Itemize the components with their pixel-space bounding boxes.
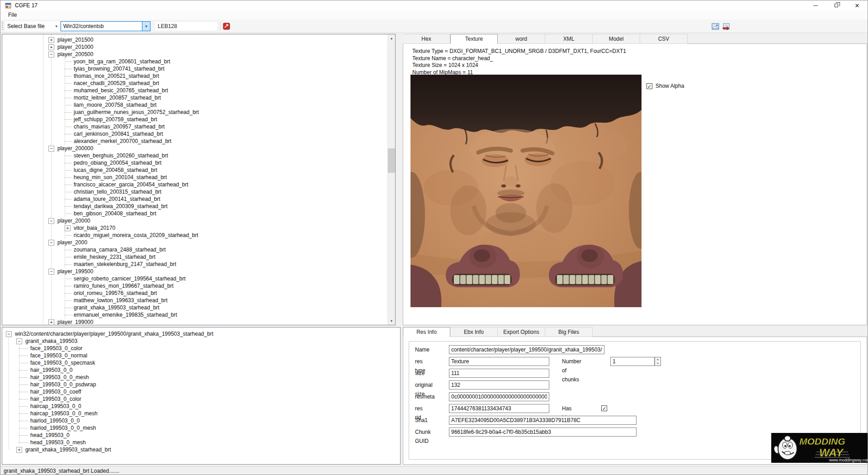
- scrollbar-thumb[interactable]: [388, 148, 395, 173]
- tree-item[interactable]: face_199503_0_specmask: [2, 359, 400, 366]
- tree-item[interactable]: face_199503_0_normal: [2, 352, 400, 359]
- tree-item[interactable]: granit_xhaka_199503: [2, 337, 400, 345]
- tree-item[interactable]: head_199503_0: [2, 432, 400, 439]
- tree-item[interactable]: player_200000: [2, 145, 395, 152]
- tab[interactable]: CSV: [640, 34, 688, 44]
- tree-item[interactable]: oriol_romeu_199576_starhead_brt: [2, 290, 395, 297]
- export-table-icon[interactable]: [722, 23, 730, 30]
- tree-expander-icon[interactable]: [48, 146, 54, 152]
- stop-export-icon[interactable]: [223, 23, 230, 30]
- tab[interactable]: Res Info: [403, 327, 450, 337]
- tree-item[interactable]: emile_heskey_2231_starhead_brt: [2, 253, 395, 261]
- tree-item[interactable]: hair_199503_0_0_psdwrap: [2, 381, 400, 388]
- tree-item[interactable]: matthew_lowton_199633_starhead_brt: [2, 297, 395, 304]
- tree-item[interactable]: vitor_baia_20170: [2, 224, 395, 232]
- tree-item[interactable]: hairlod_199503_0_0: [2, 417, 400, 424]
- tree-item[interactable]: charis_mavrias_200957_starhead_brt: [2, 123, 395, 130]
- tree-item[interactable]: tyias_browning_200741_starhead_brt: [2, 65, 395, 72]
- tree-item[interactable]: haircap_199503_0_0_mesh: [2, 410, 400, 417]
- tree-item[interactable]: christian_tello_200315_starhead_brt: [2, 188, 395, 195]
- tree-expander-icon[interactable]: [48, 37, 54, 43]
- res-rid-field[interactable]: [449, 404, 549, 413]
- tree-expander-icon[interactable]: [65, 225, 71, 231]
- tree-item[interactable]: mortiz_leitner_200857_starhead_brt: [2, 94, 395, 101]
- tree-item[interactable]: hair_199503_0_0: [2, 366, 400, 374]
- scroll-up-icon[interactable]: ▲: [388, 34, 395, 42]
- number-of-chunks-field[interactable]: [610, 357, 655, 366]
- tree-item[interactable]: emmanuel_emenike_199835_starhead_brt: [2, 311, 395, 318]
- tree-item[interactable]: player_201000: [2, 43, 395, 51]
- tree-expander-icon[interactable]: [48, 240, 54, 246]
- tree-item[interactable]: player_20000: [2, 217, 395, 224]
- res-type-field[interactable]: [449, 357, 549, 366]
- tab[interactable]: word: [498, 34, 545, 44]
- tree-item[interactable]: hair_199503_0_0_mesh: [2, 374, 400, 381]
- tree-item[interactable]: win32/content/character/player/player_19…: [2, 330, 400, 337]
- tree-item[interactable]: nacer_chadli_200529_starhead_brt: [2, 80, 395, 87]
- tree-expander-icon[interactable]: [48, 319, 54, 325]
- tree-item[interactable]: player_2000: [2, 239, 395, 246]
- scroll-down-icon[interactable]: ▼: [388, 317, 395, 325]
- image-preview-icon[interactable]: [712, 23, 719, 30]
- spinner-down-icon[interactable]: ▼: [655, 361, 660, 366]
- menu-file[interactable]: File: [5, 10, 20, 19]
- tree-item[interactable]: player_200500: [2, 51, 395, 58]
- tree-item[interactable]: yoon_bit_ga_ram_200601_starhead_brt: [2, 58, 395, 65]
- close-button[interactable]: ✕: [847, 0, 868, 10]
- tree-item[interactable]: carl_jenkinson_200841_starhead_brt: [2, 130, 395, 138]
- tree-item[interactable]: heung_min_son_200104_starhead_brt: [2, 174, 395, 181]
- tree-expander-icon[interactable]: [48, 218, 54, 224]
- has-idata-checkbox[interactable]: ✓: [601, 405, 607, 411]
- tree-item[interactable]: granit_xhaka_199503_starhead_brt: [2, 304, 395, 311]
- base-file-combo[interactable]: Win32/contentsb ▾: [61, 21, 151, 31]
- tree-item[interactable]: thomas_ince_200521_starhead_brt: [2, 72, 395, 80]
- sha1-field[interactable]: [449, 416, 637, 425]
- tree-item[interactable]: sergio_roberto_carnicer_199564_starhead_…: [2, 275, 395, 282]
- tab[interactable]: Hex: [403, 34, 450, 44]
- restore-button[interactable]: [826, 0, 847, 10]
- encoding-box[interactable]: LEB128: [155, 21, 218, 31]
- tree-item[interactable]: jeff_schlupp_200759_starhead_brt: [2, 116, 395, 123]
- size-field[interactable]: [449, 369, 549, 378]
- resmeta-field[interactable]: [449, 392, 549, 401]
- select-base-file-dropdown[interactable]: Select Base file ▾: [5, 21, 60, 31]
- name-field[interactable]: [449, 345, 604, 354]
- tab[interactable]: XML: [545, 34, 593, 44]
- tab[interactable]: Model: [593, 34, 640, 44]
- vertical-scrollbar[interactable]: ▲ ▼: [387, 34, 395, 325]
- tab[interactable]: Export Options: [498, 327, 545, 337]
- tree-item[interactable]: alexander_merkel_200700_starhead_brt: [2, 138, 395, 145]
- tree-item[interactable]: hair_199503_0_coeff: [2, 388, 400, 395]
- tree-item[interactable]: player_199500: [2, 268, 395, 275]
- tree-item[interactable]: steven_berghuis_200260_starhead_brt: [2, 152, 395, 159]
- chunk-guid-field[interactable]: [449, 428, 637, 437]
- tree-item[interactable]: liam_moore_200758_starhead_brt: [2, 101, 395, 109]
- tree-expander-icon[interactable]: [48, 44, 54, 50]
- tree-item[interactable]: ben_gibson_200408_starhead_brt: [2, 210, 395, 217]
- tree-item[interactable]: zoumana_camara_2488_starhead_brt: [2, 246, 395, 253]
- tree-item[interactable]: haircap_199503_0_0: [2, 403, 400, 410]
- tree-expander-icon[interactable]: [16, 447, 22, 453]
- tab[interactable]: Texture: [450, 34, 498, 44]
- tree-expander-icon[interactable]: [6, 331, 12, 337]
- tree-expander-icon[interactable]: [48, 269, 54, 275]
- spinner-up-icon[interactable]: ▲: [655, 357, 660, 361]
- combo-arrow-button[interactable]: ▾: [142, 22, 150, 31]
- minimize-button[interactable]: [805, 0, 826, 10]
- tree-item[interactable]: hairlod_199503_0_0_mesh: [2, 424, 400, 432]
- tree-item[interactable]: adama_toure_200141_starhead_brt: [2, 195, 395, 203]
- tree-item[interactable]: lucas_digne_200458_starhead_brt: [2, 166, 395, 174]
- tree-expander-icon[interactable]: [16, 338, 22, 344]
- tree-item[interactable]: ramiro_funes_mori_199667_starhead_brt: [2, 282, 395, 290]
- tree-item[interactable]: francisco_alcacer_garcia_200454_starhead…: [2, 181, 395, 188]
- tree-item[interactable]: maarten_stekelenburg_2147_starhead_brt: [2, 261, 395, 268]
- tree-item[interactable]: juan_guilherme_nunes_jesus_200752_starhe…: [2, 109, 395, 116]
- tree-item[interactable]: hair_199503_0_color: [2, 395, 400, 403]
- tree-item[interactable]: ricardo_miguel_moreira_costa_20209_starh…: [2, 232, 395, 239]
- tree-item[interactable]: player_201500: [2, 36, 395, 43]
- tree-expander-icon[interactable]: [48, 52, 54, 57]
- tab[interactable]: Ebx Info: [450, 327, 498, 337]
- tree-item[interactable]: head_199503_0_mesh: [2, 439, 400, 446]
- tree-item[interactable]: face_199503_0_color: [2, 345, 400, 352]
- tree-item[interactable]: granit_xhaka_199503_starhead_brt: [2, 446, 400, 453]
